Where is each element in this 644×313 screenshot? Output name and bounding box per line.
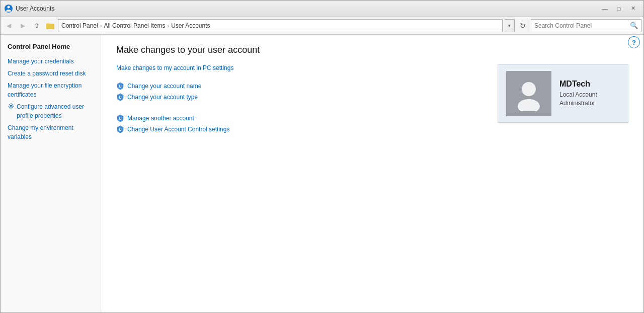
content-area: Control Panel Home Manage your credentia… (1, 35, 643, 312)
restore-button[interactable]: □ (612, 4, 625, 14)
svg-point-8 (518, 99, 540, 111)
breadcrumb: Control Panel › All Control Panel Items … (61, 22, 210, 29)
option-uac-settings[interactable]: U Change User Account Control settings (116, 124, 482, 135)
svg-rect-1 (46, 24, 54, 29)
breadcrumb-all-items[interactable]: All Control Panel Items (104, 22, 165, 29)
sidebar-item-password-reset[interactable]: Create a password reset disk (1, 67, 101, 80)
sidebar-header: Control Panel Home (1, 41, 101, 55)
option-manage-another[interactable]: U Manage another account (116, 113, 482, 124)
title-bar-controls: — □ ✕ (598, 4, 639, 14)
manage-another-account-link[interactable]: Manage another account (127, 115, 194, 122)
shield-icon-manage: U (116, 114, 124, 122)
svg-text:U: U (119, 96, 121, 99)
account-type: Local Account Administrator (559, 91, 620, 108)
address-bar: ◀ ▶ ⇧ Control Panel › All Control Panel … (1, 17, 643, 35)
svg-text:U: U (119, 85, 121, 88)
account-info: MDTech Local Account Administrator (559, 80, 620, 108)
shield-icon-name: U (116, 82, 124, 90)
account-type-line1: Local Account (559, 91, 597, 98)
back-button[interactable]: ◀ (3, 20, 15, 32)
folder-icon (46, 21, 55, 30)
address-path[interactable]: Control Panel › All Control Panel Items … (58, 19, 503, 32)
address-dropdown[interactable]: ▾ (505, 19, 515, 32)
minimize-button[interactable]: — (598, 4, 611, 14)
close-button[interactable]: ✕ (626, 4, 639, 14)
sidebar-item-encryption[interactable]: Manage your file encryption certificates (1, 80, 101, 101)
option-change-type[interactable]: U Change your account type (116, 92, 482, 103)
sidebar: Control Panel Home Manage your credentia… (1, 35, 101, 312)
help-button[interactable]: ? (628, 36, 640, 48)
gear-icon (8, 103, 15, 110)
search-icon: 🔍 (630, 22, 638, 29)
sidebar-item-environment[interactable]: Change my environment variables (1, 122, 101, 143)
window-title: User Accounts (16, 5, 598, 12)
up-button[interactable]: ⇧ (31, 20, 43, 32)
change-account-name-link[interactable]: Change your account name (127, 83, 201, 90)
help-area: ? (628, 36, 640, 48)
refresh-button[interactable]: ↻ (517, 20, 529, 32)
breadcrumb-user-accounts[interactable]: User Accounts (171, 22, 210, 29)
sidebar-item-profile-label: Configure advanced user profile properti… (17, 102, 94, 120)
svg-point-0 (8, 6, 10, 8)
pc-settings-link[interactable]: Make changes to my account in PC setting… (116, 64, 482, 71)
search-input[interactable] (534, 22, 628, 29)
left-options: Make changes to my account in PC setting… (116, 64, 482, 145)
search-box: 🔍 (531, 19, 641, 32)
options-section-2: U Manage another account U Change User A… (116, 113, 482, 135)
account-name: MDTech (559, 80, 620, 89)
shield-icon-type: U (116, 93, 124, 101)
main-panel: Make changes to your user account Make c… (101, 35, 643, 312)
uac-settings-link[interactable]: Change User Account Control settings (127, 126, 229, 133)
svg-text:U: U (119, 128, 121, 131)
svg-text:U: U (119, 117, 121, 120)
sidebar-item-manage-credentials[interactable]: Manage your credentials (1, 55, 101, 67)
window: User Accounts — □ ✕ ◀ ▶ ⇧ Control Panel … (0, 0, 644, 313)
page-title: Make changes to your user account (116, 45, 628, 55)
account-card: MDTech Local Account Administrator (498, 64, 628, 145)
option-change-name[interactable]: U Change your account name (116, 81, 482, 92)
forward-button[interactable]: ▶ (17, 20, 29, 32)
shield-icon-uac: U (116, 125, 124, 133)
breadcrumb-control-panel[interactable]: Control Panel (61, 22, 98, 29)
change-account-type-link[interactable]: Change your account type (127, 94, 198, 101)
main-content-wrapper: Make changes to my account in PC setting… (116, 64, 628, 145)
svg-point-2 (10, 105, 12, 107)
sidebar-item-profile-properties[interactable]: Configure advanced user profile properti… (1, 101, 101, 122)
title-bar: User Accounts — □ ✕ (1, 1, 643, 17)
options-section: U Change your account name U Change your… (116, 81, 482, 103)
svg-point-7 (522, 82, 536, 96)
window-icon (5, 5, 13, 13)
account-type-line2: Administrator (559, 100, 595, 107)
account-avatar (506, 71, 551, 116)
